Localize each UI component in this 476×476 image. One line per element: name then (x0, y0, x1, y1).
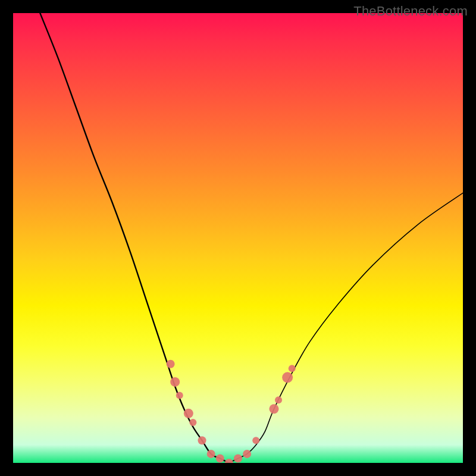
watermark-text: TheBottleneck.com (353, 4, 468, 19)
valley-marker (282, 372, 293, 383)
valley-marker (275, 396, 282, 403)
valley-marker (216, 454, 224, 462)
valley-marker (184, 409, 193, 418)
chart-frame: TheBottleneck.com (0, 0, 476, 476)
valley-marker (289, 365, 296, 372)
valley-marker (234, 454, 242, 462)
valley-marker (207, 450, 215, 458)
curve-layer (13, 13, 463, 463)
valley-marker (167, 360, 175, 368)
valley-marker (225, 459, 233, 463)
curve-curve-right (229, 193, 463, 463)
valley-marker (243, 450, 251, 458)
valley-marker (252, 437, 259, 444)
valley-marker (170, 377, 180, 387)
curve-curve-left (40, 13, 229, 463)
valley-marker (198, 436, 206, 444)
valley-marker (189, 419, 196, 426)
valley-markers (167, 360, 296, 463)
valley-marker (269, 404, 278, 414)
curve-paths (40, 13, 463, 463)
valley-marker (176, 392, 183, 399)
